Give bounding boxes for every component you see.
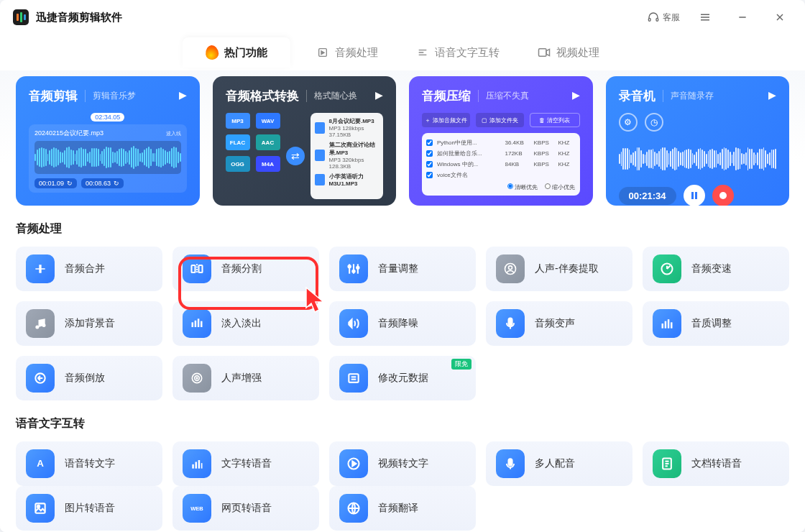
svg-rect-40 bbox=[349, 374, 358, 382]
tab-video[interactable]: 视频处理 bbox=[515, 37, 622, 68]
tool-vocal-enhance[interactable]: 人声增强 bbox=[172, 356, 319, 400]
music-icon bbox=[26, 309, 55, 338]
recorder-time: 00:21:34 bbox=[619, 187, 676, 205]
merge-icon bbox=[26, 254, 55, 283]
hero-title: 音频剪辑 bbox=[29, 88, 78, 104]
opt-clear: 清晰优先 bbox=[507, 183, 538, 191]
hero-recorder[interactable]: 录音机声音随录存 ▶ ⚙ ◷ 00:21:34 bbox=[606, 76, 790, 206]
minimize-button[interactable] bbox=[730, 5, 755, 29]
tool-reverse[interactable]: 音频倒放 bbox=[16, 356, 162, 400]
tool-audio-split[interactable]: 音频分割 bbox=[172, 247, 319, 291]
app-title: 迅捷音频剪辑软件 bbox=[36, 11, 122, 24]
svg-point-26 bbox=[42, 324, 46, 327]
svg-rect-54 bbox=[35, 503, 45, 513]
tool-speech-to-text[interactable]: A 语音转文字 bbox=[16, 441, 162, 486]
list-item: 小学英语听力M3U1.MP3 bbox=[315, 173, 380, 187]
svg-text:WEB: WEB bbox=[190, 505, 203, 512]
svg-rect-45 bbox=[196, 462, 198, 469]
tool-denoise[interactable]: 音频降噪 bbox=[329, 301, 476, 346]
tool-edit-meta[interactable]: 修改元数据 限免 bbox=[329, 356, 476, 400]
svg-rect-46 bbox=[198, 460, 201, 469]
hero-subtitle: 剪辑音乐梦 bbox=[85, 90, 136, 102]
svg-rect-29 bbox=[198, 318, 200, 327]
table-row: Python中使用...36.4KBKBPSKHZ bbox=[426, 137, 576, 148]
menu-button[interactable] bbox=[693, 5, 717, 29]
img-icon bbox=[26, 494, 55, 523]
tool-label: 音频倒放 bbox=[65, 372, 105, 385]
stt-icon: A bbox=[26, 449, 55, 478]
section-title: 语音文字互转 bbox=[16, 416, 789, 431]
tab-audio[interactable]: 音频处理 bbox=[293, 37, 401, 68]
hero-title: 录音机 bbox=[619, 88, 656, 104]
quality-icon bbox=[653, 309, 681, 338]
svg-rect-14 bbox=[199, 265, 203, 272]
hero-audio-compress[interactable]: 音频压缩压缩不失真 ▶ ＋ 添加音频文件 ▢ 添加文件夹 🗑 清空列表 Pyth… bbox=[409, 76, 593, 206]
voice-icon bbox=[496, 309, 525, 338]
fire-icon bbox=[206, 46, 218, 59]
tool-audio-merge[interactable]: 音频合并 bbox=[16, 247, 162, 291]
add-dir-btn: ▢ 添加文件夹 bbox=[476, 113, 524, 127]
filename: 20240215会议纪要.mp3 bbox=[34, 129, 104, 138]
tab-speech[interactable]: 语音文字互转 bbox=[404, 37, 512, 68]
play-icon: ▶ bbox=[572, 89, 580, 101]
tool-add-bgm[interactable]: 添加背景音 bbox=[16, 301, 162, 346]
tool-label: 语音转文字 bbox=[65, 457, 115, 470]
clock-icon: ◷ bbox=[645, 113, 663, 132]
tool-vocal-extract[interactable]: 人声-伴奏提取 bbox=[486, 247, 632, 291]
tool-volume-adjust[interactable]: 音量调整 bbox=[329, 247, 476, 291]
format-chip: OGG bbox=[226, 156, 250, 172]
vtt-icon bbox=[339, 449, 368, 478]
hero-row: 音频剪辑剪辑音乐梦 ▶ 02:34.05 20240215会议纪要.mp3 波入… bbox=[16, 76, 789, 206]
denoise-icon bbox=[339, 309, 368, 338]
reverse-icon bbox=[26, 364, 55, 393]
svg-rect-9 bbox=[539, 49, 547, 57]
hero-audio-edit[interactable]: 音频剪辑剪辑音乐梦 ▶ 02:34.05 20240215会议纪要.mp3 波入… bbox=[16, 76, 200, 206]
recorder-waveform bbox=[619, 137, 777, 180]
clear-btn: 🗑 清空列表 bbox=[530, 113, 579, 127]
svg-rect-49 bbox=[509, 459, 512, 465]
svg-point-39 bbox=[196, 377, 198, 379]
svg-rect-1 bbox=[656, 18, 658, 21]
tool-quality[interactable]: 音质调整 bbox=[643, 301, 789, 346]
svg-text:A: A bbox=[37, 458, 44, 469]
meta-icon bbox=[339, 364, 368, 393]
tool-label: 音频变速 bbox=[691, 262, 732, 275]
waveform bbox=[34, 141, 181, 174]
text-icon bbox=[416, 46, 429, 59]
svg-rect-28 bbox=[195, 321, 197, 327]
tool-label: 文档转语音 bbox=[691, 457, 742, 470]
tool-label: 多人配音 bbox=[535, 457, 575, 470]
audio-icon bbox=[316, 46, 329, 59]
tool-label: 音量调整 bbox=[378, 262, 418, 275]
svg-point-23 bbox=[509, 266, 512, 270]
compress-table: Python中使用...36.4KBKBPSKHZ如何批量给音乐...172KB… bbox=[422, 133, 580, 196]
tab-hot[interactable]: 热门功能 bbox=[183, 37, 290, 68]
tool-web-to-speech[interactable]: WEB 网页转语音 bbox=[172, 486, 319, 531]
tool-video-to-text[interactable]: 视频转文字 bbox=[329, 441, 476, 486]
tool-text-to-speech[interactable]: 文字转语音 bbox=[172, 441, 319, 486]
gear-icon: ⚙ bbox=[619, 113, 638, 132]
tts-icon bbox=[183, 449, 211, 478]
customer-service-link[interactable]: 客服 bbox=[648, 12, 680, 24]
tool-label: 淡入淡出 bbox=[221, 317, 262, 330]
record-button bbox=[712, 185, 734, 206]
tool-doc-to-speech[interactable]: 文档转语音 bbox=[643, 441, 789, 486]
hero-format-convert[interactable]: 音频格式转换格式随心换 ▶ MP3FLACOGG WAVAACM4A ⇄ 8月会… bbox=[213, 76, 397, 206]
tool-fade[interactable]: 淡入淡出 bbox=[172, 301, 319, 346]
tool-audio-speed[interactable]: 音频变速 bbox=[643, 247, 789, 291]
format-chip: M4A bbox=[256, 156, 280, 172]
swap-icon: ⇄ bbox=[286, 147, 305, 165]
table-row: Windows 中的...84KBKBPSKHZ bbox=[426, 159, 576, 170]
tab-label: 视频处理 bbox=[556, 46, 599, 60]
close-button[interactable] bbox=[768, 5, 792, 29]
tool-label: 人声增强 bbox=[221, 372, 262, 385]
tool-multi-dub[interactable]: 多人配音 bbox=[486, 441, 632, 486]
tool-audio-translate[interactable]: 音频翻译 bbox=[329, 486, 476, 531]
tool-label: 音频降噪 bbox=[378, 317, 418, 330]
tool-voice-change[interactable]: 音频变声 bbox=[486, 301, 632, 346]
svg-point-19 bbox=[349, 265, 351, 267]
trans-icon bbox=[339, 494, 368, 523]
svg-rect-30 bbox=[201, 321, 203, 327]
tool-img-to-speech[interactable]: 图片转语音 bbox=[16, 486, 162, 531]
opt-small: 缩小优先 bbox=[545, 183, 575, 191]
